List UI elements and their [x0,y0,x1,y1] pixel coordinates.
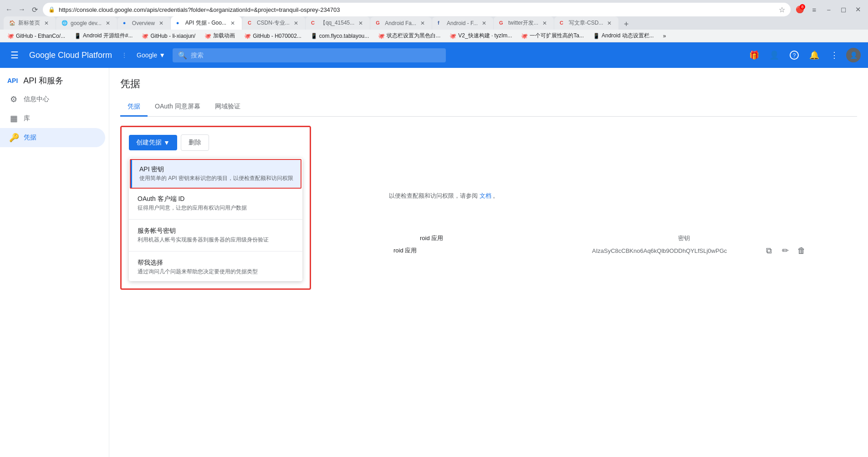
bookmark-animation[interactable]: 🐙 加载动画 [201,31,239,41]
bookmark-star-icon[interactable]: ☆ [779,5,785,14]
notification-badge: 8 [800,4,805,10]
tab-credentials[interactable]: 凭据 [120,98,148,117]
avatar[interactable]: 👤 [846,48,861,62]
restore-button[interactable]: ◻ [837,3,850,16]
bookmark-android[interactable]: 📱 Android 开源组件#... [71,31,136,41]
dropdown-item-serviceaccount-desc: 利用机器人帐号实现服务器到服务器的应用级身份验证 [138,236,295,244]
tab-label-newtab: 新标签页 [18,19,40,27]
nav-divider-icon: ⋮ [121,51,128,59]
extensions-button[interactable]: ≡ [808,3,821,16]
more-vert-icon: ⋮ [830,50,838,60]
dropdown-item-help[interactable]: 帮我选择 通过询问几个问题来帮助您决定要使用的凭据类型 [129,253,302,281]
minimize-button[interactable]: − [822,3,835,16]
bookmark-v2[interactable]: 🐙 V2_快速构建 · tyzIm... [446,31,516,41]
bookmark-expandable[interactable]: 🐙 一个可扩展性高的Ta... [517,31,587,41]
api-key-row-name: roid 应用 [393,246,448,255]
tab-csdnwrite[interactable]: C 写文章-CSD... ✕ [554,16,618,30]
tab-csdn[interactable]: C CSDN-专业... ✕ [242,16,305,30]
help-icon: ? [790,51,799,60]
tab-oauth[interactable]: OAuth 同意屏幕 [148,98,208,117]
person-button[interactable]: 👤 [766,47,782,63]
tab-domain[interactable]: 网域验证 [208,98,248,117]
delete-label: 删除 [189,139,201,146]
delete-key-button[interactable]: 🗑 [794,243,809,258]
tab-close-androidf[interactable]: ✕ [480,20,488,27]
tab-newtab[interactable]: 🏠 新标签页 ✕ [4,16,56,30]
bookmark-more[interactable]: » [659,32,670,40]
create-credentials-button[interactable]: 创建凭据 ▼ [129,135,177,150]
tab-androidf[interactable]: f Android - F... ✕ [432,17,493,30]
sidebar-item-credentials[interactable]: 🔑 凭据 [0,128,105,147]
more-options-button[interactable]: ⋮ [826,47,842,63]
tab-close-csdn[interactable]: ✕ [292,20,300,27]
tab-close-twitter[interactable]: ✕ [541,20,548,27]
hamburger-menu-button[interactable]: ☰ [7,48,22,62]
bookmark-github-ethan[interactable]: 🐙 GitHub - EthanCo/... [4,32,69,40]
bookmark-icon: 📱 [593,33,600,39]
address-bar[interactable]: 🔒 https://console.cloud.google.com/apis/… [43,3,791,16]
content-tabs: 凭据 OAuth 同意屏幕 网域验证 [120,98,857,117]
tab-favicon-androidf: f [438,20,444,26]
search-input[interactable] [191,51,440,59]
tab-qq[interactable]: C 【qq_41545... ✕ [306,16,370,30]
notifications-button[interactable]: 🔔 [806,47,822,63]
bookmark-label: Android 动态设置栏... [602,32,654,40]
dropdown-item-serviceaccount-title: 服务帐号密钥 [138,227,295,235]
tab-close-apicred[interactable]: ✕ [229,20,236,27]
close-button[interactable]: ✕ [852,3,864,16]
bookmark-github-li[interactable]: 🐙 GitHub - li-xiaojun/ [138,32,199,40]
dropdown-menu: API 密钥 使用简单的 API 密钥来标识您的项目，以便检查配额和访问权限 O… [129,158,302,281]
tab-twitter[interactable]: G twitter开发... ✕ [494,16,554,30]
main-content: 凭据 凭据 OAuth 同意屏幕 网域验证 [109,68,868,457]
help-button[interactable]: ? [786,47,802,63]
tab-close-overview[interactable]: ✕ [158,20,165,27]
api-key-name: roid 应用 [420,234,443,242]
copy-key-button[interactable]: ⧉ [761,243,776,258]
tab-close-newtab[interactable]: ✕ [43,20,50,27]
sidebar-item-info[interactable]: ⚙ 信息中心 [0,90,105,109]
app-logo-text: Google Cloud Platform [29,51,112,60]
dropdown-item-oauth[interactable]: OAuth 客户端 ID 征得用户同意，让您的应用有权访问用户数据 [129,190,302,217]
tab-apicred[interactable]: ● API 凭据 - Goo... ✕ [171,16,242,30]
bookmark-android-dynamic[interactable]: 📱 Android 动态设置栏... [589,31,658,41]
bookmark-flyco[interactable]: 📱 com.flyco.tablayou... [307,32,373,40]
docs-link[interactable]: 文档 [480,192,491,199]
bookmark-github-h07[interactable]: 🐙 GitHub - H070002... [240,32,305,40]
tab-close-qq[interactable]: ✕ [357,20,364,27]
tab-close-androidfa[interactable]: ✕ [419,20,426,27]
top-nav-actions: 🎁 👤 ? 🔔 ⋮ 👤 [746,47,861,63]
dropdown-item-apikey[interactable]: API 密钥 使用简单的 API 密钥来标识您的项目，以便检查配额和访问权限 [131,160,301,188]
reload-button[interactable]: ⟳ [29,4,40,15]
bookmarks-bar: 🐙 GitHub - EthanCo/... 📱 Android 开源组件#..… [0,30,868,42]
project-selector-button[interactable]: Google ▼ [137,51,165,59]
tab-label-androidfa: Android Fa... [385,20,416,26]
tab-close-googledev[interactable]: ✕ [104,20,112,27]
project-name: Google [137,51,157,59]
library-icon: ▦ [9,113,18,123]
more-bookmarks-icon: » [663,33,666,39]
tab-close-csdnwrite[interactable]: ✕ [606,20,613,27]
forward-button[interactable]: → [16,4,27,15]
tab-googledev[interactable]: 🌐 google dev... ✕ [56,17,117,30]
dropdown-item-help-title: 帮我选择 [138,259,295,267]
sidebar-item-library[interactable]: ▦ 库 [0,109,105,128]
search-bar[interactable]: 🔍 [173,48,446,62]
delete-button[interactable]: 删除 [181,134,209,151]
gift-button[interactable]: 🎁 [746,47,762,63]
bookmark-icon: 🐙 [521,33,528,39]
page-title: 凭据 [120,77,857,91]
credentials-key-icon: 🔑 [9,133,18,143]
api-key-value: 密钥 [678,234,690,242]
hamburger-icon: ☰ [10,50,19,61]
dropdown-item-serviceaccount[interactable]: 服务帐号密钥 利用机器人帐号实现服务器到服务器的应用级身份验证 [129,221,302,249]
tab-overview[interactable]: ● Overview ✕ [117,17,170,30]
tab-androidfa[interactable]: G Android Fa... ✕ [370,17,432,30]
bookmark-statusbar[interactable]: 🐙 状态栏设置为黑色白... [374,31,444,41]
edit-key-button[interactable]: ✏ [778,243,792,258]
new-tab-button[interactable]: + [621,19,632,30]
browser-actions: 🔴 8 ≡ − ◻ ✕ [793,3,864,16]
back-button[interactable]: ← [4,4,15,15]
bookmark-label: GitHub - H070002... [253,33,301,39]
profile-button[interactable]: 🔴 8 [793,3,806,16]
tab-label-androidf: Android - F... [447,20,478,26]
